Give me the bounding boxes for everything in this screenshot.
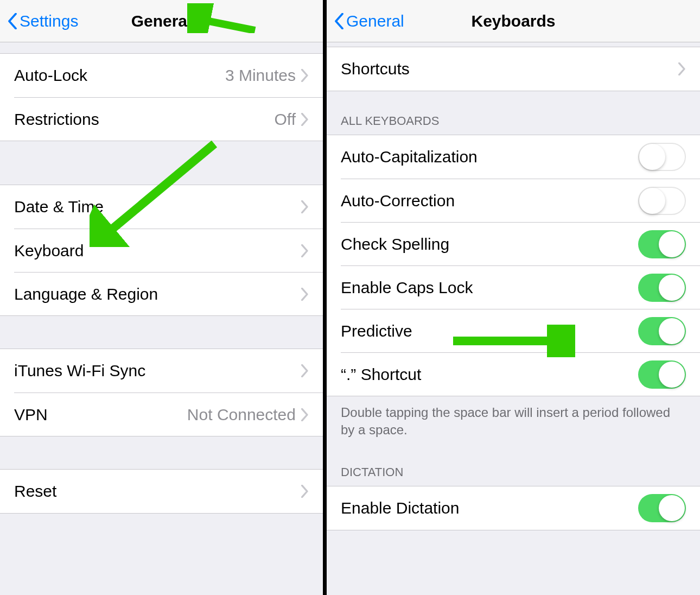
chevron-right-icon xyxy=(678,62,686,75)
toggle-enable-caps-lock[interactable] xyxy=(638,274,686,302)
footer-text: Double tapping the space bar will insert… xyxy=(327,396,700,439)
row-auto-capitalization[interactable]: Auto-Capitalization xyxy=(327,135,700,179)
page-title: General xyxy=(131,12,192,30)
row-restrictions[interactable]: Restrictions Off xyxy=(14,97,323,141)
row-period-shortcut[interactable]: “.” Shortcut xyxy=(341,352,700,396)
row-date-time[interactable]: Date & Time xyxy=(0,185,323,229)
group-all-keyboards: Auto-Capitalization Auto-Correction Chec… xyxy=(327,135,700,396)
back-label: Settings xyxy=(20,12,78,30)
row-reset[interactable]: Reset xyxy=(0,470,323,513)
back-label: General xyxy=(346,12,404,30)
general-settings-screen: Settings General Auto-Lock 3 Minutes Res… xyxy=(0,0,323,595)
row-label: Check Spelling xyxy=(341,235,638,254)
toggle-check-spelling[interactable] xyxy=(638,230,686,258)
chevron-right-icon xyxy=(301,244,309,257)
chevron-right-icon xyxy=(301,408,309,421)
group-date-language: Date & Time Keyboard Language & Region xyxy=(0,185,323,316)
row-auto-correction[interactable]: Auto-Correction xyxy=(341,179,700,222)
row-shortcuts[interactable]: Shortcuts xyxy=(327,47,700,91)
row-language-region[interactable]: Language & Region xyxy=(14,272,323,315)
row-label: Date & Time xyxy=(14,198,301,216)
chevron-right-icon xyxy=(301,364,309,377)
row-value: Off xyxy=(275,110,296,129)
row-label: Auto-Correction xyxy=(341,192,638,210)
row-label: Enable Dictation xyxy=(341,499,638,517)
navbar-keyboards: General Keyboards xyxy=(327,0,700,42)
chevron-right-icon xyxy=(301,113,309,126)
chevron-right-icon xyxy=(301,288,309,301)
row-enable-dictation[interactable]: Enable Dictation xyxy=(327,486,700,530)
toggle-predictive[interactable] xyxy=(638,317,686,345)
group-shortcuts: Shortcuts xyxy=(327,47,700,91)
row-label: VPN xyxy=(14,406,187,424)
row-label: Auto-Lock xyxy=(14,66,225,85)
row-value: Not Connected xyxy=(187,406,296,424)
row-label: Language & Region xyxy=(14,285,301,303)
back-to-settings[interactable]: Settings xyxy=(8,12,78,30)
section-header-dictation: DICTATION xyxy=(327,439,700,486)
row-label: Shortcuts xyxy=(341,60,678,78)
row-itunes-wifi-sync[interactable]: iTunes Wi-Fi Sync xyxy=(0,349,323,393)
row-label: Enable Caps Lock xyxy=(341,278,638,297)
group-dictation: Enable Dictation xyxy=(327,486,700,530)
row-label: Predictive xyxy=(341,322,638,340)
row-label: Keyboard xyxy=(14,242,301,260)
section-header-all-keyboards: ALL KEYBOARDS xyxy=(327,91,700,135)
row-label: iTunes Wi-Fi Sync xyxy=(14,362,301,380)
row-vpn[interactable]: VPN Not Connected xyxy=(14,393,323,436)
toggle-auto-correction[interactable] xyxy=(638,187,686,215)
chevron-left-icon xyxy=(8,13,17,29)
navbar-general: Settings General xyxy=(0,0,323,42)
row-label: “.” Shortcut xyxy=(341,365,638,384)
chevron-right-icon xyxy=(301,485,309,498)
back-to-general[interactable]: General xyxy=(334,12,404,30)
toggle-period-shortcut[interactable] xyxy=(638,360,686,389)
row-auto-lock[interactable]: Auto-Lock 3 Minutes xyxy=(0,54,323,97)
row-keyboard[interactable]: Keyboard xyxy=(14,229,323,272)
row-label: Auto-Capitalization xyxy=(341,148,638,166)
keyboards-settings-screen: General Keyboards Shortcuts ALL KEYBOARD… xyxy=(327,0,700,595)
row-value: 3 Minutes xyxy=(225,66,296,85)
row-check-spelling[interactable]: Check Spelling xyxy=(341,222,700,265)
page-title: Keyboards xyxy=(471,12,555,30)
row-label: Restrictions xyxy=(14,110,275,129)
toggle-auto-capitalization[interactable] xyxy=(638,143,686,171)
row-label: Reset xyxy=(14,482,301,501)
group-lock: Auto-Lock 3 Minutes Restrictions Off xyxy=(0,53,323,141)
group-reset: Reset xyxy=(0,469,323,514)
row-predictive[interactable]: Predictive xyxy=(341,309,700,352)
group-itunes-vpn: iTunes Wi-Fi Sync VPN Not Connected xyxy=(0,349,323,436)
toggle-enable-dictation[interactable] xyxy=(638,494,686,522)
row-enable-caps-lock[interactable]: Enable Caps Lock xyxy=(341,265,700,309)
chevron-left-icon xyxy=(334,13,344,29)
chevron-right-icon xyxy=(301,69,309,82)
chevron-right-icon xyxy=(301,200,309,213)
